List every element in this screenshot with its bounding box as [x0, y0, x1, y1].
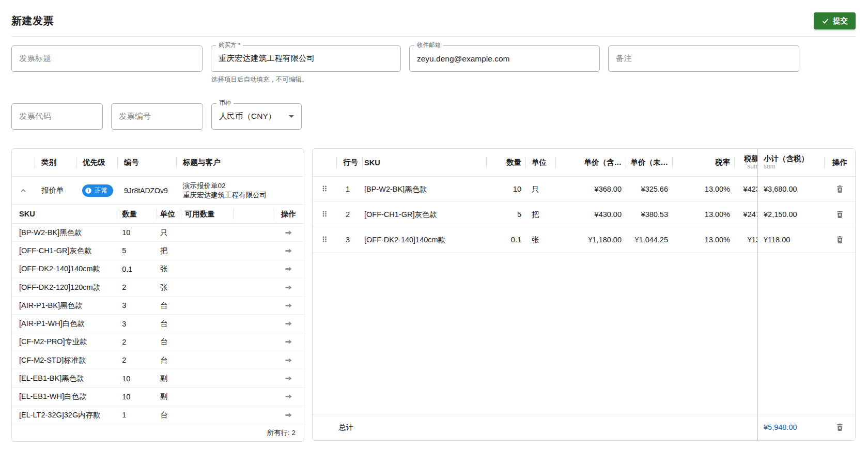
- col-priority: 优先级: [76, 158, 117, 167]
- col-unit: 单位: [157, 209, 181, 219]
- col-price-excl-tax: 单价（未…: [626, 158, 672, 167]
- pinned-line-row: ¥118.00: [758, 227, 855, 253]
- sku-qty: 3: [119, 320, 157, 328]
- sku-row: [OFF-DK2-120]120cm款 2 张: [12, 278, 304, 297]
- chevron-down-icon: [289, 115, 294, 118]
- transfer-arrow-icon[interactable]: [283, 318, 295, 329]
- transfer-arrow-icon[interactable]: [283, 410, 295, 421]
- line-subtotal: ¥3,680.00: [758, 185, 824, 193]
- buyer-label: 购买方 *: [216, 42, 243, 49]
- sku-row: [BP-W2-BK]黑色款 10 只: [12, 224, 304, 242]
- transfer-arrow-icon[interactable]: [283, 245, 295, 256]
- transfer-arrow-icon[interactable]: [283, 336, 295, 347]
- sku-qty: 3: [119, 301, 157, 309]
- quote-title-customer: 演示报价单02 重庆宏达建筑工程有限公司: [176, 181, 304, 200]
- invoice-title-input[interactable]: 发票标题: [11, 45, 203, 72]
- sku-table-header: SKU 数量 单位 可用数量 操作: [12, 205, 304, 224]
- sku-name: [AIR-P1-WH]白色款: [12, 319, 119, 329]
- sku-name: [OFF-DK2-140]140cm款: [12, 264, 119, 274]
- transfer-arrow-icon[interactable]: [283, 373, 295, 384]
- sku-row: [AIR-P1-WH]白色款 3 台: [12, 315, 304, 333]
- buyer-helper-text: 选择项目后自动填充，不可编辑。: [211, 75, 401, 84]
- transfer-arrow-icon[interactable]: [283, 282, 295, 293]
- sku-name: [OFF-CH1-GR]灰色款: [12, 246, 119, 256]
- transfer-arrow-icon[interactable]: [283, 263, 295, 274]
- drag-handle-icon[interactable]: [321, 210, 328, 220]
- sku-qty: 2: [119, 283, 157, 291]
- col-title-customer: 标题与客户: [176, 158, 304, 167]
- pinned-line-row: ¥2,150.00: [758, 202, 855, 227]
- sku-rows-list: [BP-W2-BK]黑色款 10 只 [OFF-CH1-GR]灰色款 5 把 […: [12, 224, 304, 424]
- sku-unit: 台: [157, 355, 181, 365]
- transfer-arrow-icon[interactable]: [283, 300, 295, 311]
- sku-name: [BP-W2-BK]黑色款: [12, 228, 119, 238]
- col-row-no: 行号: [336, 158, 362, 167]
- pinned-columns: 小计（含税） sum 操作 ¥3,680.00 ¥2,150.00 ¥118.0…: [757, 149, 855, 440]
- remark-input[interactable]: 备注: [608, 45, 799, 72]
- line-price-excl-tax: ¥1,044.25: [626, 236, 672, 244]
- total-subtotal: ¥5,948.00: [758, 423, 824, 431]
- currency-label: 币种: [216, 100, 234, 107]
- delete-all-icon[interactable]: [834, 421, 846, 433]
- sku-row: [EL-EB1-BK]黑色款 10 副: [12, 369, 304, 387]
- line-qty: 10: [486, 185, 525, 193]
- source-table-footer: 所有行: 2: [12, 424, 304, 441]
- line-tax-rate: 13.00%: [672, 185, 734, 193]
- line-no: 3: [336, 236, 362, 244]
- status-badge: 正常: [82, 184, 113, 197]
- header-divider: [11, 36, 856, 37]
- currency-select[interactable]: 币种 人民币（CNY）: [211, 103, 302, 130]
- line-unit: 只: [525, 184, 555, 194]
- sku-name: [EL-EB1-BK]黑色款: [12, 374, 119, 383]
- sku-qty: 1: [119, 411, 157, 419]
- sku-unit: 张: [157, 264, 181, 274]
- submit-button[interactable]: 提交: [814, 12, 856, 29]
- recipient-email-input[interactable]: 收件邮箱 zeyu.deng@example.com: [409, 45, 600, 72]
- sku-row: [OFF-CH1-GR]灰色款 5 把: [12, 242, 304, 260]
- line-no: 2: [336, 210, 362, 219]
- delete-line-icon[interactable]: [834, 208, 846, 221]
- buyer-input[interactable]: 购买方 * 重庆宏达建筑工程有限公司: [211, 45, 401, 72]
- transfer-arrow-icon[interactable]: [283, 355, 295, 366]
- line-price-excl-tax: ¥325.66: [626, 185, 672, 193]
- sku-name: [AIR-P1-BK]黑色款: [12, 301, 119, 311]
- quote-row: 报价单 正常 9Jr8tADZOv9 演示报价单02 重庆宏达建筑工程有限公司: [12, 177, 304, 205]
- invoice-number-input[interactable]: 发票编号: [111, 103, 203, 130]
- sku-qty: 5: [119, 246, 157, 255]
- sku-row: [CF-M2-STD]标准款 2 台: [12, 351, 304, 369]
- col-sku: SKU: [12, 210, 119, 218]
- source-quotes-table: 类别 优先级 编号 标题与客户 报价单 正常: [11, 148, 304, 442]
- transfer-arrow-icon[interactable]: [283, 391, 295, 402]
- sku-row: [EL-EB1-WH]白色款 10 副: [12, 388, 304, 406]
- drag-handle-icon[interactable]: [321, 184, 328, 194]
- sku-unit: 台: [157, 301, 181, 311]
- invoice-code-input[interactable]: 发票代码: [11, 103, 103, 130]
- line-sku: [OFF-DK2-140]140cm款: [362, 235, 486, 245]
- sku-unit: 张: [157, 283, 181, 292]
- sku-name: [EL-LT2-32G]32G内存款: [12, 410, 119, 420]
- pinned-line-row: ¥3,680.00: [758, 177, 855, 202]
- drag-handle-icon[interactable]: [321, 235, 328, 245]
- line-price-excl-tax: ¥380.53: [626, 210, 672, 219]
- total-label: 总计: [313, 423, 353, 432]
- delete-line-icon[interactable]: [834, 183, 846, 195]
- col-actions: 操作: [273, 209, 304, 219]
- delete-line-icon[interactable]: [834, 234, 846, 246]
- col-price-incl-tax: 单价（含…: [555, 158, 626, 167]
- sku-qty: 10: [119, 228, 157, 237]
- col-subtotal-incl-tax: 小计（含税） sum: [758, 154, 824, 170]
- line-price-incl-tax: ¥368.00: [555, 185, 626, 193]
- col-line-qty: 数量: [486, 158, 525, 167]
- line-subtotal: ¥2,150.00: [758, 210, 824, 219]
- collapse-chevron-icon[interactable]: [18, 185, 29, 196]
- col-tax-rate: 税率: [672, 158, 734, 167]
- line-price-incl-tax: ¥430.00: [555, 210, 626, 219]
- sku-unit: 把: [157, 246, 181, 256]
- col-line-unit: 单位: [525, 158, 555, 167]
- line-qty: 0.1: [486, 236, 525, 244]
- col-available-qty: 可用数量: [181, 209, 234, 219]
- col-line-sku: SKU: [362, 159, 486, 167]
- transfer-arrow-icon[interactable]: [283, 227, 295, 238]
- line-no: 1: [336, 185, 362, 193]
- sku-name: [CF-M2-PRO]专业款: [12, 337, 119, 347]
